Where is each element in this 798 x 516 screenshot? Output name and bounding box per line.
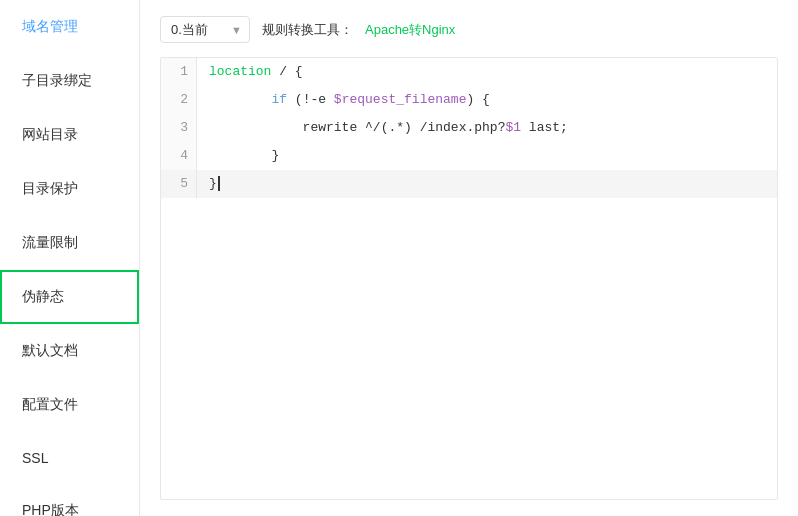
line-number-5: 5 xyxy=(161,170,197,198)
main-content: 0.当前 1.备份1 2.备份2 ▼ 规则转换工具： Apache转Nginx … xyxy=(140,0,798,516)
line-content-5: } xyxy=(197,170,777,198)
code-line-5: 5 } xyxy=(161,170,777,198)
sidebar-item-pseudo[interactable]: 伪静态 xyxy=(0,270,139,324)
line-content-4: } xyxy=(197,142,777,170)
version-select-wrapper: 0.当前 1.备份1 2.备份2 ▼ xyxy=(160,16,250,43)
line-number-4: 4 xyxy=(161,142,197,170)
line-number-1: 1 xyxy=(161,58,197,86)
line-content-3: rewrite ^/(.*) /index.php?$1 last; xyxy=(197,114,777,142)
sidebar-item-configfile[interactable]: 配置文件 xyxy=(0,378,139,432)
sidebar-item-ssl[interactable]: SSL xyxy=(0,432,139,484)
code-line-1: 1 location / { xyxy=(161,58,777,86)
code-line-3: 3 rewrite ^/(.*) /index.php?$1 last; xyxy=(161,114,777,142)
sidebar: 域名管理 子目录绑定 网站目录 目录保护 流量限制 伪静态 默认文档 配置文件 … xyxy=(0,0,140,516)
toolbar: 0.当前 1.备份1 2.备份2 ▼ 规则转换工具： Apache转Nginx xyxy=(160,16,778,43)
line-content-2: if (!-e $request_filename) { xyxy=(197,86,777,114)
sidebar-item-defaultdoc[interactable]: 默认文档 xyxy=(0,324,139,378)
sidebar-item-domain[interactable]: 域名管理 xyxy=(0,0,139,54)
code-line-2: 2 if (!-e $request_filename) { xyxy=(161,86,777,114)
sidebar-item-ratelimit[interactable]: 流量限制 xyxy=(0,216,139,270)
code-line-4: 4 } xyxy=(161,142,777,170)
sidebar-item-sitedir[interactable]: 网站目录 xyxy=(0,108,139,162)
converter-link[interactable]: Apache转Nginx xyxy=(365,21,455,39)
sidebar-item-php[interactable]: PHP版本 xyxy=(0,484,139,516)
line-number-2: 2 xyxy=(161,86,197,114)
version-select[interactable]: 0.当前 1.备份1 2.备份2 xyxy=(160,16,250,43)
sidebar-item-dirprotect[interactable]: 目录保护 xyxy=(0,162,139,216)
text-cursor xyxy=(218,176,220,191)
line-content-1: location / { xyxy=(197,58,777,86)
sidebar-item-subdir[interactable]: 子目录绑定 xyxy=(0,54,139,108)
code-editor[interactable]: 1 location / { 2 if (!-e $request_filena… xyxy=(160,57,778,500)
line-number-3: 3 xyxy=(161,114,197,142)
converter-label: 规则转换工具： xyxy=(262,21,353,39)
